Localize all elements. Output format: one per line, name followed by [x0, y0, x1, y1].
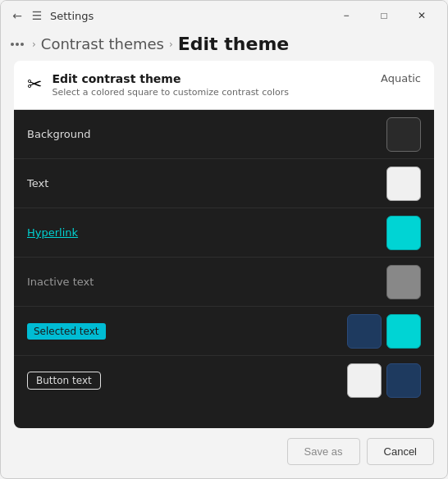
selected-text-swatches — [347, 314, 421, 349]
inactive-text-swatches — [386, 265, 421, 299]
text-swatch[interactable] — [386, 167, 421, 201]
theme-name-badge: Aquatic — [381, 72, 421, 84]
selected-text-swatch-dark[interactable] — [347, 314, 382, 349]
button-text-swatch-dark[interactable] — [386, 363, 421, 398]
text-label: Text — [27, 177, 48, 189]
main-content: ✂ Edit contrast theme Select a colored s… — [1, 61, 447, 478]
footer: Save as Cancel — [14, 428, 434, 465]
menu-icon[interactable]: ☰ — [30, 9, 43, 22]
hyperlink-swatches — [386, 216, 421, 250]
window-title: Settings — [50, 10, 94, 22]
button-text-row: Button text — [14, 356, 434, 405]
nav-dots-menu[interactable] — [11, 43, 24, 46]
theme-scissors-icon: ✂ — [27, 74, 42, 94]
hyperlink-swatch[interactable] — [386, 216, 421, 250]
background-swatches — [386, 117, 421, 152]
breadcrumb-chevron-2: › — [169, 39, 173, 50]
background-label: Background — [27, 128, 91, 140]
selected-text-label: Selected text — [27, 323, 106, 340]
text-swatches — [386, 167, 421, 201]
text-row: Text — [14, 159, 434, 208]
nav-bar: › Contrast themes › Edit theme — [1, 30, 447, 61]
nav-dot-2 — [16, 43, 19, 46]
breadcrumb-edit-theme: Edit theme — [178, 34, 289, 54]
hyperlink-row: Hyperlink — [14, 208, 434, 258]
header-box: ✂ Edit contrast theme Select a colored s… — [14, 61, 434, 110]
breadcrumb-chevron-1: › — [32, 39, 36, 50]
window-controls: − □ ✕ — [327, 2, 441, 29]
nav-dot-3 — [21, 43, 24, 46]
button-text-swatch-light[interactable] — [347, 363, 382, 398]
inactive-text-row: Inactive text — [14, 258, 434, 307]
inactive-text-swatch[interactable] — [386, 265, 421, 299]
header-title: Edit contrast theme — [52, 72, 289, 85]
inactive-text-label: Inactive text — [27, 276, 94, 288]
title-bar: ← ☰ Settings − □ ✕ — [1, 1, 447, 30]
button-text-swatches — [347, 363, 421, 398]
hyperlink-label[interactable]: Hyperlink — [27, 226, 78, 239]
color-rows-container: Background Text Hyperlink — [14, 110, 434, 428]
selected-text-row: Selected text — [14, 307, 434, 356]
button-text-label: Button text — [27, 372, 101, 390]
save-as-button[interactable]: Save as — [287, 438, 360, 465]
minimize-button[interactable]: − — [327, 2, 365, 29]
header-text: Edit contrast theme Select a colored squ… — [52, 72, 289, 98]
title-bar-left: ← ☰ Settings — [11, 9, 94, 22]
header-left: ✂ Edit contrast theme Select a colored s… — [27, 72, 289, 98]
background-swatch[interactable] — [386, 117, 421, 152]
maximize-button[interactable]: □ — [365, 2, 403, 29]
close-button[interactable]: ✕ — [403, 2, 441, 29]
back-icon[interactable]: ← — [11, 9, 24, 22]
cancel-button[interactable]: Cancel — [367, 438, 434, 465]
selected-text-swatch-cyan[interactable] — [386, 314, 421, 349]
header-subtitle: Select a colored square to customize con… — [52, 87, 289, 98]
breadcrumb-contrast-themes[interactable]: Contrast themes — [41, 35, 164, 52]
background-row: Background — [14, 110, 434, 159]
nav-dot-1 — [11, 43, 14, 46]
app-window: ← ☰ Settings − □ ✕ › Contrast themes › E… — [0, 0, 448, 479]
